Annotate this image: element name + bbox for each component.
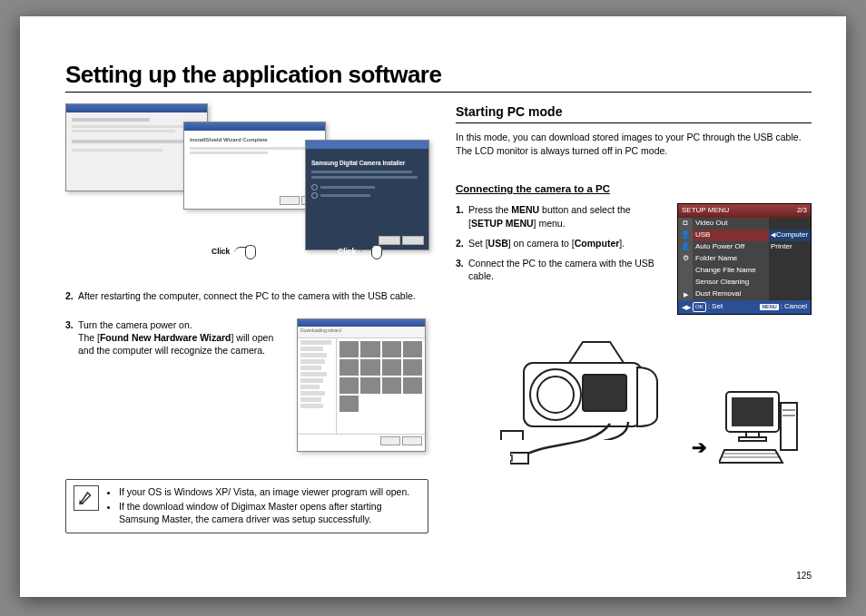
section-heading: Starting PC mode	[456, 103, 812, 121]
step-number: 3.	[65, 318, 78, 357]
note-box: If your OS is Windows XP/ Vista, an imag…	[65, 479, 428, 534]
columns: InstallShield Wizard Complete S	[65, 103, 812, 534]
pc-icon	[719, 390, 801, 472]
step-2: 2. After restarting the computer, connec…	[65, 289, 428, 302]
menu-item-auto-power-off: 👤Auto Power OffPrinter	[678, 241, 811, 253]
installer-window-3: Samsung Digital Camera Installer	[305, 140, 429, 250]
setup-menu-screen: SETUP MENU 2/3 ◘Video Out 👤USBComputer 👤…	[677, 203, 812, 315]
note-list: If your OS is Windows XP/ Vista, an imag…	[106, 485, 420, 528]
click-label-2: Click	[338, 247, 356, 257]
step-text: Set [USB] on camera to [Computer].	[468, 237, 666, 249]
setup-menu-footer: ◀▶OK: Set MENU: Cancel	[678, 300, 811, 314]
image-viewer-window: Downloading wizard	[297, 318, 426, 452]
step-number: 3.	[456, 257, 468, 282]
step-number: 2.	[65, 289, 78, 302]
subsection-heading: Connecting the camera to a PC	[456, 182, 812, 197]
step-text: Turn the camera power on. The [Found New…	[78, 318, 288, 357]
svg-point-2	[537, 376, 574, 413]
menu-item-dust-removal: Dust Removal	[678, 288, 811, 300]
right-column: Starting PC mode In this mode, you can d…	[456, 103, 812, 534]
page-title: Setting up the application software	[65, 62, 812, 88]
note-item: If the download window of Digimax Master…	[119, 500, 420, 525]
step-number: 1.	[456, 203, 468, 229]
setup-menu-title: SETUP MENU	[682, 206, 729, 216]
title-rule	[65, 92, 812, 93]
camera-pc-illustration: ➔	[456, 331, 812, 472]
step-text: Press the MENU button and select the [SE…	[468, 203, 666, 229]
menu-item-usb: 👤USBComputer	[678, 230, 811, 241]
step-number: 2.	[456, 237, 468, 249]
svg-rect-10	[739, 437, 766, 441]
installer-screenshots: InstallShield Wizard Complete S	[65, 103, 428, 271]
pc-step-2: 2. Set [USB] on camera to [Computer].	[456, 237, 666, 249]
menu-item-sensor-cleaning: Sensor Cleaning	[678, 277, 811, 288]
click-label-1: Click	[212, 247, 230, 257]
left-column: InstallShield Wizard Complete S	[65, 103, 428, 534]
setup-menu-page: 2/3	[797, 206, 807, 216]
svg-rect-3	[583, 375, 626, 411]
note-item: If your OS is Windows XP/ Vista, an imag…	[119, 485, 420, 498]
note-icon	[74, 485, 99, 511]
svg-rect-6	[510, 455, 512, 461]
mouse-icon	[240, 249, 256, 259]
step-text: After restarting the computer, connect t…	[78, 289, 428, 302]
menu-item-change-file-name: Change File Name	[678, 265, 811, 277]
heading-rule	[456, 122, 812, 123]
section-intro: In this mode, you can download stored im…	[456, 131, 812, 156]
step-text: Connect the PC to the camera with the US…	[468, 257, 666, 282]
manual-page: Setting up the application software	[20, 16, 846, 597]
svg-rect-5	[510, 453, 528, 464]
pc-step-1: 1. Press the MENU button and select the …	[456, 203, 666, 229]
page-number: 125	[796, 571, 812, 581]
menu-item-video-out: ◘Video Out	[678, 218, 811, 230]
arrow-right-icon: ➔	[692, 435, 707, 460]
pc-step-3: 3. Connect the PC to the camera with the…	[456, 257, 666, 282]
svg-rect-8	[732, 397, 773, 426]
step-3: 3. Turn the camera power on. The [Found …	[65, 318, 288, 357]
menu-item-folder-name: ⚙Folder Name	[678, 253, 811, 265]
mouse-icon	[366, 249, 382, 259]
usb-cable-icon	[510, 422, 674, 476]
